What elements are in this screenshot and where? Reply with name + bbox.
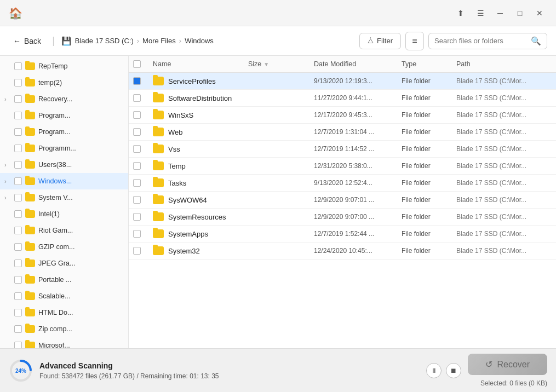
sidebar-item-label: RepTemp (38, 62, 68, 70)
sidebar-item[interactable]: Zip comp... (0, 321, 128, 337)
sidebar-item-checkbox[interactable] (14, 79, 22, 87)
row-type: File folder (402, 145, 456, 153)
sidebar-item-checkbox[interactable] (14, 128, 22, 136)
sidebar-item-checkbox[interactable] (14, 194, 22, 201)
row-type: File folder (402, 77, 456, 85)
sidebar-item-checkbox[interactable] (14, 227, 22, 234)
header-type[interactable]: Type (402, 60, 456, 68)
folder-icon (25, 292, 35, 300)
row-checkbox[interactable] (133, 213, 141, 221)
expand-arrow-icon: › (4, 194, 11, 201)
sidebar-item-checkbox[interactable] (14, 177, 22, 185)
table-row[interactable]: ServiceProfiles9/13/2020 12:19:3...File … (129, 73, 556, 90)
sidebar-item-checkbox[interactable] (14, 243, 22, 251)
row-checkbox[interactable] (133, 128, 141, 136)
sidebar-item[interactable]: Riot Gam... (0, 222, 128, 239)
sidebar-item-checkbox[interactable] (14, 276, 22, 284)
row-path: Blade 17 SSD (C:\Mor... (456, 77, 552, 85)
back-label: Back (24, 37, 41, 45)
home-icon[interactable]: 🏠 (9, 7, 22, 20)
sidebar-item-checkbox[interactable] (14, 292, 22, 300)
header-date[interactable]: Date Modified (314, 60, 402, 68)
row-checkbox[interactable] (133, 77, 141, 85)
table-row[interactable]: Web12/7/2019 1:31:04 ...File folderBlade… (129, 124, 556, 141)
sidebar-item-label: Users(38... (38, 161, 72, 169)
search-icon[interactable]: 🔍 (531, 36, 541, 46)
sidebar-item[interactable]: RepTemp (0, 58, 128, 74)
table-row[interactable]: SystemApps12/7/2019 1:52:44 ...File fold… (129, 226, 556, 243)
sidebar-item-checkbox[interactable] (14, 260, 22, 267)
table-row[interactable]: Vss12/7/2019 1:14:52 ...File folderBlade… (129, 141, 556, 158)
table-row[interactable]: SoftwareDistribution11/27/2020 9:44:1...… (129, 90, 556, 107)
sidebar-item[interactable]: HTML Do... (0, 304, 128, 321)
sidebar-item[interactable]: GZIP com... (0, 239, 128, 255)
table-row[interactable]: Temp12/31/2020 5:38:0...File folderBlade… (129, 158, 556, 175)
sidebar-item[interactable]: Program... (0, 124, 128, 140)
sidebar-item[interactable]: temp(2) (0, 74, 128, 91)
sidebar-item[interactable]: ›Recovery... (0, 91, 128, 107)
sidebar-item[interactable]: Programm... (0, 140, 128, 157)
row-checkbox[interactable] (133, 94, 141, 102)
row-checkbox[interactable] (133, 230, 141, 238)
sidebar-item[interactable]: Scalable... (0, 288, 128, 304)
row-checkbox[interactable] (133, 145, 141, 153)
row-checkbox[interactable] (133, 111, 141, 119)
row-date: 12/9/2020 9:07:01 ... (314, 196, 402, 204)
menu-button[interactable]: ☰ (473, 5, 488, 21)
search-input[interactable] (434, 37, 528, 45)
minimize-button[interactable]: ─ (492, 5, 508, 21)
select-all-checkbox[interactable] (133, 60, 141, 68)
share-button[interactable]: ⬆ (453, 5, 468, 21)
sidebar-item[interactable]: ›Users(38... (0, 157, 128, 173)
sidebar-item[interactable]: ›Windows... (0, 173, 128, 189)
row-checkbox[interactable] (133, 196, 141, 204)
table-row[interactable]: System3212/24/2020 10:45:...File folderB… (129, 243, 556, 260)
header-size[interactable]: Size ▼ (248, 60, 314, 68)
sidebar-item[interactable]: Microsof... (0, 337, 128, 348)
table-row[interactable]: SystemResources12/9/2020 9:07:00 ...File… (129, 209, 556, 226)
sidebar-item[interactable]: ›System V... (0, 189, 128, 206)
sidebar-item[interactable]: Intel(1) (0, 206, 128, 222)
sidebar-item-checkbox[interactable] (14, 161, 22, 169)
sidebar-item-checkbox[interactable] (14, 62, 22, 70)
breadcrumb-morefiles[interactable]: More Files (142, 37, 176, 45)
table-row[interactable]: Tasks9/13/2020 12:52:4...File folderBlad… (129, 175, 556, 192)
pause-button[interactable]: ⏸ (426, 363, 442, 378)
back-button[interactable]: ← Back (9, 34, 45, 48)
file-list: Name Size ▼ Date Modified Type Path Serv… (129, 56, 556, 348)
sidebar-item-checkbox[interactable] (14, 342, 22, 348)
sidebar-item-checkbox[interactable] (14, 210, 22, 218)
sidebar-item-checkbox[interactable] (14, 95, 22, 103)
stop-button[interactable]: ⏹ (446, 363, 461, 378)
breadcrumb-drive[interactable]: Blade 17 SSD (C:) (75, 37, 134, 45)
row-checkbox[interactable] (133, 162, 141, 170)
recover-button[interactable]: ↺ Recover (468, 354, 547, 375)
sidebar: RepTemptemp(2)›Recovery...Program...Prog… (0, 56, 129, 348)
filter-button[interactable]: ⧊ Filter (359, 33, 401, 49)
sidebar-item-checkbox[interactable] (14, 325, 22, 333)
folder-icon (25, 194, 35, 201)
folder-icon (25, 95, 35, 103)
filter-label: Filter (377, 37, 393, 45)
hamburger-icon: ≡ (412, 36, 417, 46)
breadcrumb-windows[interactable]: Windows (185, 37, 214, 45)
header-path[interactable]: Path (456, 60, 552, 68)
view-menu-button[interactable]: ≡ (405, 32, 424, 50)
sidebar-item-checkbox[interactable] (14, 309, 22, 316)
row-date: 12/9/2020 9:07:00 ... (314, 213, 402, 221)
sidebar-item[interactable]: JPEG Gra... (0, 255, 128, 272)
sidebar-item[interactable]: Program... (0, 107, 128, 124)
row-date: 11/27/2020 9:44:1... (314, 94, 402, 102)
table-row[interactable]: WinSxS12/17/2020 9:45:3...File folderBla… (129, 107, 556, 124)
row-path: Blade 17 SSD (C:\Mor... (456, 162, 552, 170)
row-checkbox[interactable] (133, 179, 141, 187)
table-row[interactable]: SysWOW6412/9/2020 9:07:01 ...File folder… (129, 192, 556, 209)
sidebar-item-checkbox[interactable] (14, 145, 22, 152)
sidebar-item-checkbox[interactable] (14, 112, 22, 119)
main-content: RepTemptemp(2)›Recovery...Program...Prog… (0, 56, 556, 348)
close-button[interactable]: ✕ (532, 5, 547, 21)
row-checkbox[interactable] (133, 247, 141, 255)
header-name[interactable]: Name (153, 60, 248, 68)
sidebar-item[interactable]: Portable ... (0, 272, 128, 288)
maximize-button[interactable]: □ (512, 5, 528, 21)
